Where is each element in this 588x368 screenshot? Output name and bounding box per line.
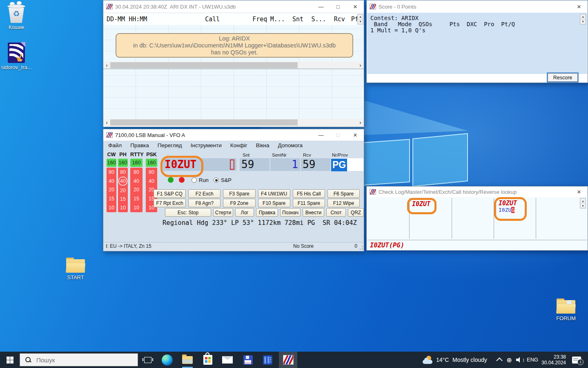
tray-temperature[interactable]: 14°C bbox=[436, 357, 449, 363]
column-header[interactable]: Rcv bbox=[330, 16, 350, 23]
edit-button[interactable]: Правка bbox=[256, 208, 278, 217]
taskbar-search[interactable] bbox=[20, 353, 138, 366]
horizontal-scrollbar[interactable]: ‹ › bbox=[103, 119, 364, 126]
band-button-psk-40[interactable]: 40 bbox=[146, 177, 157, 186]
score-window-titlebar[interactable]: Score - 0 Points ✕ bbox=[367, 0, 588, 13]
f4-button[interactable]: F4 UW1WU bbox=[258, 189, 290, 198]
band-button-ph-10[interactable]: 10 bbox=[118, 204, 128, 212]
lookup-call-match[interactable]: I0ZUT bbox=[499, 200, 517, 207]
f7-button[interactable]: F7 Rpt Exch bbox=[154, 199, 186, 207]
desktop-icon-sidorov-file[interactable]: sidorov_tra... bbox=[0, 43, 32, 70]
band-button-ph-40-selected[interactable]: 40 bbox=[118, 177, 127, 185]
callsign-input[interactable]: I0ZUT bbox=[163, 158, 236, 171]
f1-button[interactable]: F1 S&P CQ bbox=[154, 189, 186, 198]
taskbar-n1mm-active[interactable] bbox=[279, 352, 297, 368]
column-header[interactable]: Freq bbox=[243, 16, 267, 23]
band-button-cw-160[interactable]: 160 bbox=[107, 159, 116, 167]
band-button-cw-15[interactable]: 15 bbox=[107, 194, 116, 203]
score-spinner[interactable]: ▲▼ bbox=[580, 14, 586, 25]
band-button-rtty-40[interactable]: 40 bbox=[130, 177, 143, 186]
column-header[interactable]: DD-MM HH:MM bbox=[107, 16, 183, 23]
tray-weather[interactable] bbox=[421, 352, 435, 368]
band-button-cw-10[interactable]: 10 bbox=[107, 203, 116, 212]
band-button-psk-80[interactable]: 80 bbox=[146, 168, 157, 177]
menu-windows[interactable]: Вікна bbox=[256, 142, 270, 148]
run-radio-label[interactable]: Run bbox=[199, 177, 209, 183]
scroll-left-icon[interactable]: ‹ bbox=[103, 119, 110, 126]
tray-clock[interactable]: 23:38 30.04.2024 bbox=[540, 352, 568, 368]
band-button-rtty-15[interactable]: 15 bbox=[130, 194, 143, 203]
check-window-titlebar[interactable]: Check Log/Master/Telnet/Exch/Call histor… bbox=[367, 186, 588, 197]
close-icon[interactable]: ✕ bbox=[347, 129, 364, 141]
horizontal-scrollbar[interactable]: ‹ › bbox=[103, 62, 364, 69]
scrollbar-thumb[interactable] bbox=[110, 62, 298, 68]
rcv-field[interactable]: 59 bbox=[301, 158, 330, 171]
band-button-rtty-10[interactable]: 10 bbox=[130, 203, 143, 212]
qrz-button[interactable]: QRZ bbox=[348, 208, 364, 217]
tray-network[interactable]: ⊕ bbox=[504, 352, 514, 368]
sentnr-field[interactable]: 1 bbox=[270, 158, 300, 171]
spot-button[interactable]: Спот bbox=[326, 208, 346, 217]
f2-button[interactable]: F2 Exch bbox=[188, 189, 220, 198]
f10-button[interactable]: F10 Spare bbox=[258, 199, 290, 207]
desktop-icon-recycle-bin[interactable]: ♻ Кошик bbox=[0, 2, 32, 30]
check-spinner[interactable]: ▲▼ bbox=[580, 198, 586, 209]
store-button[interactable]: Внести bbox=[303, 208, 324, 217]
run-radio[interactable] bbox=[192, 177, 197, 183]
taskbar-explorer[interactable] bbox=[178, 352, 196, 368]
column-header[interactable]: Snt bbox=[288, 16, 308, 23]
maximize-icon[interactable]: □ bbox=[330, 129, 347, 141]
log-window-titlebar[interactable]: 30.04.2024 20:38:40Z ARI DX INT - UW1WU.… bbox=[103, 0, 364, 13]
sp-radio-selected[interactable] bbox=[214, 177, 219, 183]
close-icon[interactable]: ✕ bbox=[570, 186, 588, 197]
menu-edit[interactable]: Правка bbox=[130, 142, 149, 148]
band-button-rtty-80[interactable]: 80 bbox=[130, 168, 143, 177]
band-button-ph-80[interactable]: 80 bbox=[118, 168, 128, 176]
f9-button[interactable]: F9 Zone bbox=[223, 199, 255, 207]
entry-window-titlebar[interactable]: 7100,00 LSB Manual - VFO A — □ ✕ bbox=[103, 129, 364, 141]
band-button-rtty-160[interactable]: 160 bbox=[130, 159, 143, 167]
close-icon[interactable]: ✕ bbox=[570, 0, 588, 13]
resize-grip[interactable] bbox=[359, 246, 363, 250]
f6-button[interactable]: F6 Spare bbox=[327, 189, 360, 198]
wipe-button[interactable]: Стерти bbox=[213, 208, 233, 217]
column-header[interactable]: Call bbox=[183, 16, 243, 23]
f3-button[interactable]: F3 Spare bbox=[223, 189, 255, 198]
taskbar-store[interactable] bbox=[199, 352, 217, 368]
minimize-icon[interactable]: — bbox=[312, 0, 330, 13]
menu-help[interactable]: Допомога bbox=[278, 142, 303, 148]
scroll-right-icon[interactable]: › bbox=[357, 119, 364, 126]
band-button-cw-20[interactable]: 20 bbox=[107, 186, 116, 195]
nrprov-field[interactable]: PG bbox=[331, 158, 363, 171]
band-button-ph-20[interactable]: 20 bbox=[118, 186, 128, 195]
log-button[interactable]: Лог bbox=[235, 208, 254, 217]
taskbar-mail[interactable] bbox=[218, 352, 236, 368]
tray-volume[interactable] bbox=[514, 352, 526, 368]
tray-language[interactable]: ENG bbox=[527, 357, 538, 363]
maximize-icon[interactable]: □ bbox=[330, 0, 347, 13]
master-call-match[interactable]: I0ZUT bbox=[412, 200, 430, 208]
close-icon[interactable]: ✕ bbox=[347, 0, 364, 13]
menu-config[interactable]: Конфіг bbox=[230, 142, 247, 148]
scroll-right-icon[interactable]: › bbox=[357, 62, 364, 69]
esc-stop-button[interactable]: Esc: Stop bbox=[165, 208, 211, 217]
partial-call-match[interactable]: I0ZUG bbox=[499, 207, 514, 213]
column-header[interactable]: M... bbox=[267, 16, 288, 23]
search-input[interactable] bbox=[36, 356, 131, 364]
mark-button[interactable]: Познач bbox=[280, 208, 301, 217]
scroll-left-icon[interactable]: ‹ bbox=[103, 62, 110, 69]
band-button-cw-80[interactable]: 80 bbox=[107, 168, 116, 177]
start-button[interactable] bbox=[0, 352, 20, 368]
minimize-icon[interactable]: — bbox=[312, 129, 330, 141]
f12-button[interactable]: F12 Wipe bbox=[327, 199, 360, 207]
scrollbar-thumb[interactable] bbox=[110, 119, 298, 126]
menu-tools[interactable]: Інструменти bbox=[191, 142, 222, 148]
sp-radio-label[interactable]: S&P bbox=[221, 177, 232, 183]
rescore-button[interactable]: Rescore bbox=[548, 73, 578, 82]
band-button-rtty-20[interactable]: 20 bbox=[130, 186, 143, 195]
band-button-ph-15[interactable]: 15 bbox=[118, 195, 128, 203]
f11-button[interactable]: F11 Spare bbox=[293, 199, 325, 207]
menu-view[interactable]: Перегляд bbox=[158, 142, 182, 148]
f8-button[interactable]: F8 Agn? bbox=[188, 199, 220, 207]
menu-file[interactable]: Файл bbox=[108, 142, 122, 148]
